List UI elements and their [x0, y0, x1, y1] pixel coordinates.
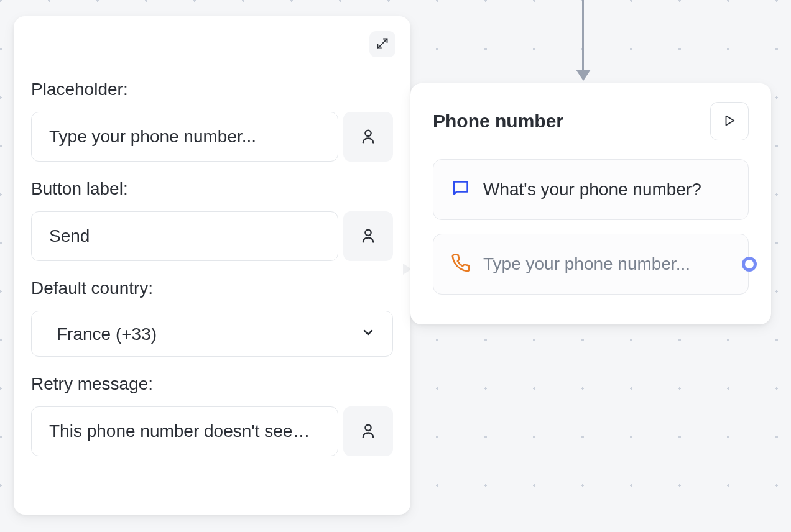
retry-message-input[interactable]	[31, 406, 338, 456]
flow-arrow-head	[576, 70, 591, 81]
node-title: Phone number	[433, 111, 563, 132]
variable-picker-button[interactable]	[343, 406, 393, 456]
config-panel: Placeholder: Button label:	[14, 16, 410, 515]
node-header: Phone number	[433, 102, 749, 140]
chat-icon	[451, 178, 471, 201]
button-label-input-row	[31, 211, 393, 261]
button-label-input[interactable]	[31, 211, 338, 261]
person-icon	[359, 422, 377, 441]
svg-point-0	[365, 130, 371, 135]
person-icon	[359, 127, 377, 147]
button-label-label: Button label:	[31, 179, 393, 199]
svg-point-2	[365, 424, 371, 430]
phone-icon	[451, 253, 471, 275]
default-country-label: Default country:	[31, 278, 393, 298]
node-question-row[interactable]: What's your phone number?	[433, 159, 749, 220]
node-input-row[interactable]: Type your phone number...	[433, 234, 749, 295]
person-icon	[359, 227, 377, 246]
placeholder-input[interactable]	[31, 112, 338, 162]
default-country-group: Default country: France (+33)	[31, 278, 393, 357]
flow-arrow-line	[582, 0, 584, 72]
node-input-placeholder: Type your phone number...	[483, 254, 690, 274]
output-handle[interactable]	[742, 257, 757, 272]
placeholder-group: Placeholder:	[31, 80, 393, 162]
retry-message-label: Retry message:	[31, 374, 393, 394]
play-icon	[723, 114, 736, 129]
placeholder-input-row	[31, 112, 393, 162]
expand-button[interactable]	[369, 31, 396, 57]
placeholder-label: Placeholder:	[31, 80, 393, 99]
variable-picker-button[interactable]	[343, 112, 393, 162]
preview-button[interactable]	[710, 102, 749, 140]
default-country-select[interactable]: France (+33)	[31, 311, 393, 357]
svg-point-1	[365, 229, 371, 235]
node-question-text: What's your phone number?	[483, 180, 701, 200]
button-label-group: Button label:	[31, 179, 393, 261]
retry-message-input-row	[31, 406, 393, 456]
expand-icon	[376, 37, 389, 52]
retry-message-group: Retry message:	[31, 374, 393, 456]
svg-marker-4	[726, 116, 734, 125]
default-country-select-wrap: France (+33)	[31, 311, 393, 357]
phone-number-node[interactable]: Phone number What's your phone number? T…	[410, 83, 771, 324]
variable-picker-button[interactable]	[343, 211, 393, 261]
